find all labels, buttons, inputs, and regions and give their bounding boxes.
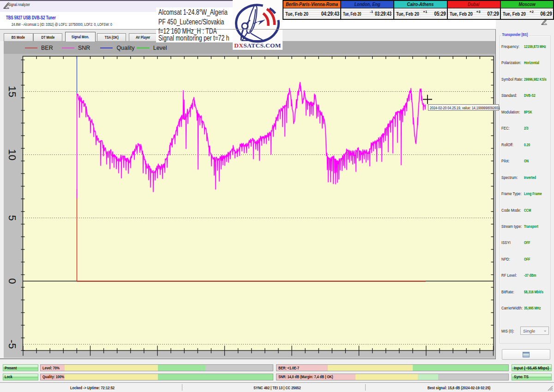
svg-text:DXSATCS.COM: DXSATCS.COM bbox=[234, 42, 281, 49]
svg-text:10: 10 bbox=[6, 149, 18, 160]
svg-text:-5: -5 bbox=[6, 339, 18, 349]
svg-text:0: 0 bbox=[6, 278, 18, 284]
svg-text:15: 15 bbox=[6, 86, 18, 97]
svg-text:5: 5 bbox=[6, 215, 18, 221]
